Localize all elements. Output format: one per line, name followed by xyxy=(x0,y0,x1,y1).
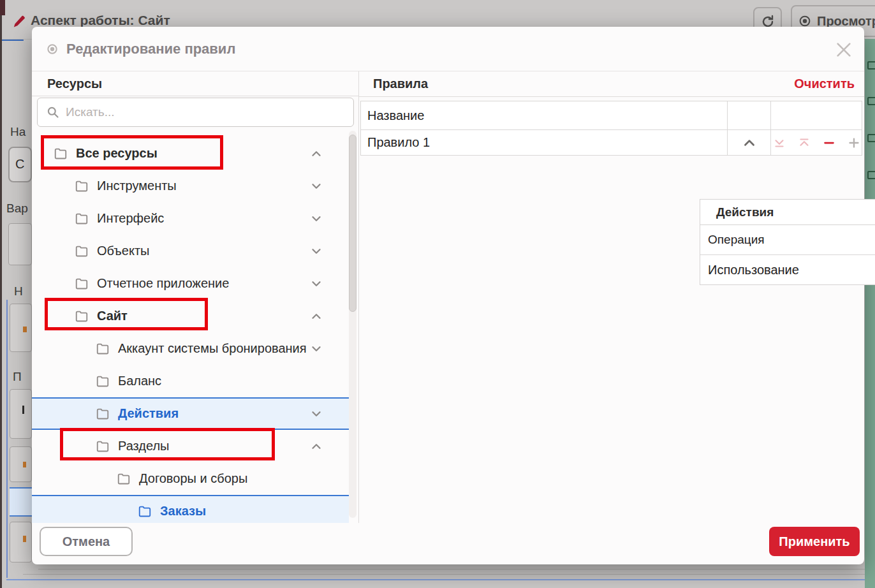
background-border-fragment xyxy=(38,569,875,570)
background-icon-fragment xyxy=(23,327,27,332)
eye-target-icon xyxy=(798,14,812,28)
apply-button[interactable]: Применить xyxy=(769,527,860,556)
tree-item-all-resources[interactable]: Все ресурсы xyxy=(32,137,349,170)
search-box xyxy=(37,98,354,127)
folder-icon xyxy=(96,407,110,421)
operation-select[interactable]: Использование xyxy=(700,255,875,284)
chevron-icon[interactable] xyxy=(309,439,323,453)
tree-item-label: Объекты xyxy=(97,244,149,258)
edit-pencil-icon xyxy=(11,14,27,29)
background-select-fragment xyxy=(8,223,32,265)
folder-icon xyxy=(75,277,89,291)
folder-icon xyxy=(96,439,110,453)
operation-value: Использование xyxy=(700,263,875,277)
search-icon xyxy=(47,106,59,119)
column-operation: Операция xyxy=(700,225,875,254)
rule-name[interactable]: Правило 1 xyxy=(361,130,728,155)
background-row-fragment xyxy=(10,487,32,517)
folder-icon xyxy=(54,147,68,161)
tree-scrollbar[interactable] xyxy=(349,131,357,518)
chevron-icon[interactable] xyxy=(309,309,323,323)
column-name: Название xyxy=(361,101,728,129)
background-label-var: Вар xyxy=(6,202,28,216)
background-label-p: П xyxy=(13,370,22,384)
toolbar-icon-fragment[interactable] xyxy=(867,171,875,179)
side-toolbar xyxy=(865,39,875,588)
folder-icon xyxy=(138,504,152,518)
chevron-icon[interactable] xyxy=(309,277,323,291)
window-edge xyxy=(0,0,2,588)
actions-table-header: Операция Разрешение xyxy=(700,225,875,254)
tree-item-report-app[interactable]: Отчетное приложение xyxy=(32,267,349,300)
move-to-top-icon[interactable] xyxy=(797,136,811,150)
actions-panel: Действия Операция Разрешение Использован… xyxy=(700,199,875,285)
remove-rule-icon[interactable] xyxy=(822,136,836,150)
toolbar-icon-fragment[interactable] xyxy=(867,97,875,105)
clear-rules-link[interactable]: Очистить xyxy=(794,77,855,91)
add-rule-icon[interactable] xyxy=(847,136,861,150)
chevron-icon[interactable] xyxy=(309,212,323,226)
search-input[interactable] xyxy=(66,105,334,119)
rules-table-header: Название xyxy=(361,101,862,129)
tree-item-site[interactable]: Сайт xyxy=(32,300,349,332)
rules-table: Название Правило 1 xyxy=(360,101,862,156)
tree-item-tools[interactable]: Инструменты xyxy=(32,170,349,202)
background-box-fragment xyxy=(10,304,32,352)
page-title: Аспект работы: Сайт xyxy=(31,13,170,28)
folder-icon xyxy=(75,309,89,323)
toolbar-icon-fragment[interactable] xyxy=(867,134,875,142)
chevron-icon[interactable] xyxy=(309,504,323,518)
edit-rules-dialog: Редактирование правил Ресурсы Все ресурс… xyxy=(32,27,864,564)
window-corner xyxy=(0,0,5,15)
tree-item-label: Аккаунт системы бронирования xyxy=(118,341,307,356)
background-icon-fragment xyxy=(22,406,24,414)
background-icon-fragment xyxy=(23,536,26,542)
chevron-icon[interactable] xyxy=(309,244,323,258)
move-to-bottom-icon[interactable] xyxy=(772,136,786,150)
tree-item-balance[interactable]: Баланс xyxy=(32,365,349,397)
tree-item-label: Договоры и сборы xyxy=(139,471,247,486)
resources-header: Ресурсы xyxy=(32,71,358,96)
chevron-icon[interactable] xyxy=(309,374,323,388)
tree-item-label: Все ресурсы xyxy=(76,146,158,161)
tree-item-label: Сайт xyxy=(97,309,128,323)
tree-item-label: Заказы xyxy=(160,504,206,518)
tree-item-orders[interactable]: Заказы xyxy=(32,495,349,523)
tree-item-contracts-fees[interactable]: Договоры и сборы xyxy=(32,462,349,495)
chevron-icon[interactable] xyxy=(309,342,323,356)
chevron-icon[interactable] xyxy=(309,407,323,421)
chevron-icon[interactable] xyxy=(309,179,323,193)
background-label-na: На xyxy=(10,125,26,139)
column-collapse xyxy=(728,101,771,129)
column-actions xyxy=(771,101,862,129)
tree-item-label: Баланс xyxy=(118,374,161,388)
rules-header: Правила Очистить xyxy=(358,71,864,97)
actions-header: Действия xyxy=(700,200,875,225)
toolbar-icon-fragment[interactable] xyxy=(867,61,875,70)
tree-item-objects[interactable]: Объекты xyxy=(32,235,349,267)
rules-panel: Правила Очистить Название Правило 1 xyxy=(358,71,864,523)
collapse-chevron-icon[interactable] xyxy=(741,135,758,151)
cancel-button[interactable]: Отмена xyxy=(40,527,133,556)
background-border-fragment xyxy=(6,300,8,578)
tree-item-label: Действия xyxy=(118,406,179,421)
background-input-fragment: С xyxy=(8,147,32,182)
background-border-fragment xyxy=(23,574,875,575)
folder-icon xyxy=(96,342,110,356)
background-box-fragment xyxy=(10,446,32,482)
folder-icon xyxy=(117,472,131,486)
tree-item-interface[interactable]: Интерфейс xyxy=(32,202,349,235)
action-row: Использование разрешить xyxy=(700,254,875,284)
background-box-fragment xyxy=(10,522,32,562)
tree-item-sections[interactable]: Разделы xyxy=(32,430,349,462)
folder-icon xyxy=(75,179,89,193)
tree-scrollbar-thumb[interactable] xyxy=(349,135,357,312)
tree-item-booking-account[interactable]: Аккаунт системы бронирования xyxy=(32,332,349,365)
rule-row: Правило 1 xyxy=(361,129,862,155)
chevron-icon[interactable] xyxy=(309,147,323,161)
folder-icon xyxy=(96,374,110,388)
rule-collapse-cell xyxy=(728,130,771,155)
chevron-icon[interactable] xyxy=(309,472,323,486)
tree-item-actions[interactable]: Действия xyxy=(32,397,349,430)
close-icon[interactable] xyxy=(834,40,854,60)
